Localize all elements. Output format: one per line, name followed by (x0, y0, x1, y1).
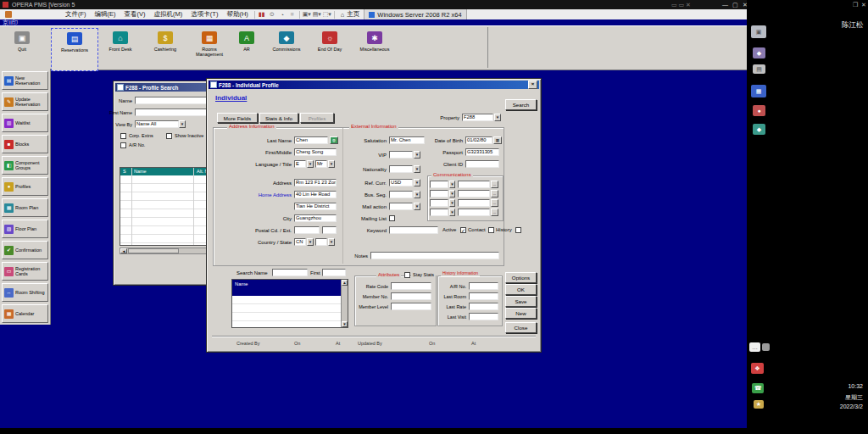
vertical-scrollbar[interactable]: ▲ ▼ (341, 280, 348, 327)
property-field[interactable]: F288 (462, 114, 493, 121)
ok-button[interactable]: OK (505, 284, 537, 295)
ar-no-checkbox[interactable] (120, 142, 126, 148)
notes-icon[interactable]: ▤ (753, 64, 765, 74)
chevron-down-icon[interactable]: ▼ (414, 203, 420, 210)
stats-info-button[interactable]: Stats & Info (259, 113, 298, 123)
language-field[interactable]: E (294, 160, 306, 168)
name-list[interactable]: Name ▲ ▼ (231, 279, 348, 328)
passport-field[interactable]: G32331305 (465, 148, 499, 156)
save-button[interactable]: Save (505, 296, 537, 307)
chevron-down-icon[interactable]: ▼ (328, 160, 335, 168)
show-inactive-checkbox[interactable] (166, 133, 172, 139)
star-icon[interactable]: ★ (754, 400, 764, 409)
sidebar-item-waitlist[interactable]: ▥ Waitlist (2, 114, 48, 132)
stay-stats-checkbox[interactable] (404, 272, 410, 278)
small-app-icon[interactable] (762, 343, 770, 351)
scroll-down-icon[interactable]: ▼ (342, 321, 348, 327)
address-field[interactable]: Rm 123 F1 23 Zona A (294, 179, 337, 186)
toolbar-quit-button[interactable]: ▣ Quit (5, 28, 39, 70)
list-item[interactable] (232, 304, 342, 313)
new-button[interactable]: New (505, 308, 537, 319)
name-input[interactable] (135, 97, 216, 104)
chevron-down-icon[interactable]: ▼ (449, 190, 455, 198)
chevron-down-icon[interactable]: ▼ (414, 191, 420, 198)
search-name-input[interactable] (272, 269, 308, 276)
list-item[interactable] (232, 296, 342, 304)
communication-value-field[interactable] (458, 181, 490, 188)
country-field[interactable]: CN (294, 238, 306, 246)
toolbar-commissions-button[interactable]: ◆ Commissions (264, 28, 309, 70)
toolbar-rooms-management-button[interactable]: ▦ Rooms Management (188, 28, 231, 70)
menu-vm[interactable]: 虚拟机(M) (150, 10, 187, 19)
individual-profile-titlebar[interactable]: F288 - Individual Profile × (209, 81, 539, 89)
rate-code-field[interactable] (391, 282, 431, 290)
menu-tabs[interactable]: 选项卡(T) (186, 10, 222, 19)
last-rate-field[interactable] (469, 303, 498, 310)
communication-value-field[interactable] (458, 199, 490, 207)
contact-checkbox[interactable] (488, 227, 494, 233)
media-icon[interactable]: ● (753, 105, 765, 116)
chevron-down-icon[interactable]: ▼ (414, 179, 420, 186)
calendar-icon[interactable]: ▦ (493, 136, 502, 144)
options-button[interactable]: Options (505, 272, 537, 283)
more-fields-button[interactable]: More Fields (217, 113, 258, 123)
communication-type-field[interactable] (430, 209, 448, 216)
communication-type-field[interactable] (430, 199, 448, 207)
sidebar-item-confirmation[interactable]: ✔ Confirmation (2, 241, 48, 259)
ar-no-field[interactable] (469, 282, 498, 290)
chevron-down-icon[interactable]: ▼ (328, 238, 335, 246)
unity-view-icon[interactable]: ▤▾ (312, 11, 322, 18)
close-icon[interactable]: × (528, 81, 537, 89)
last-room-field[interactable] (469, 292, 498, 300)
pause-icon[interactable]: ▮▮ (257, 11, 267, 18)
phone-icon[interactable]: ☎ (752, 383, 764, 393)
view-by-select[interactable]: Name All (135, 120, 179, 128)
settings-icon[interactable]: ⌗ (287, 11, 298, 18)
toolbar-cashiering-button[interactable]: $ Cashiering (144, 28, 186, 70)
tab-home[interactable]: ⌂ 主页 (337, 9, 364, 19)
vip-field[interactable] (389, 151, 413, 159)
menu-view[interactable]: 查看(V) (120, 10, 150, 19)
chat-bubble-icon[interactable]: … (749, 342, 760, 352)
list-item[interactable] (232, 321, 342, 328)
first-middle-field[interactable]: Cheng Song (294, 148, 337, 156)
globe-icon[interactable]: ◍ (330, 136, 338, 144)
sidebar-item-new-reservation[interactable]: ▤ New Reservation (2, 71, 48, 90)
toolbar-ar-button[interactable]: A AR (232, 28, 261, 70)
toolbar-front-desk-button[interactable]: ⌂ Front Desk (100, 28, 141, 70)
communication-type-field[interactable] (430, 181, 448, 188)
chevron-down-icon[interactable]: ▼ (449, 199, 455, 207)
stay-stats-label[interactable]: Stay Stats (411, 272, 436, 278)
postal-code-field[interactable] (294, 226, 320, 234)
salutation-field[interactable]: Mr. Chen (389, 136, 425, 144)
vm-window-titlebar[interactable]: OPERA PMS [Version 5 ▭ ▭ ✕ — ▢ ✕ (0, 0, 868, 9)
sidebar-item-profiles[interactable]: ● Profiles (2, 177, 48, 196)
menu-file[interactable]: 文件(F) (61, 10, 91, 19)
history-checkbox[interactable] (515, 227, 521, 233)
ref-curr-field[interactable]: USD (389, 179, 413, 186)
ellipsis-icon[interactable]: ... (491, 181, 498, 188)
communication-value-field[interactable] (458, 190, 490, 198)
chevron-down-icon[interactable]: ▼ (307, 160, 314, 168)
chevron-down-icon[interactable]: ▼ (307, 238, 314, 246)
power-icon[interactable]: ⊙ (267, 11, 277, 18)
chevron-down-icon[interactable]: ▼ (449, 209, 455, 216)
sidebar-item-component-groups[interactable]: ◧ Component Groups (2, 156, 48, 175)
toolbar-miscellaneous-button[interactable]: ✱ Miscellaneous (351, 28, 398, 70)
scroll-up-icon[interactable]: ▲ (342, 280, 348, 286)
fullscreen-icon[interactable]: ⬚▾ (322, 11, 332, 18)
chevron-down-icon[interactable]: ▼ (494, 114, 501, 121)
toolbar-reservations-button[interactable]: ▤ Reservations (51, 28, 98, 71)
communication-type-field[interactable] (430, 190, 448, 198)
ellipsis-icon[interactable]: ... (491, 190, 498, 198)
tools-icon[interactable]: ◆ (753, 124, 765, 135)
tab-vm-windows-server[interactable]: Windows Server 2008 R2 x64 (364, 9, 466, 19)
red-app-icon[interactable]: ❖ (751, 363, 764, 374)
home-address-field[interactable]: 40 Lin He Road (294, 191, 337, 198)
district-field[interactable]: Tian He District (294, 203, 337, 210)
chevron-down-icon[interactable]: ▼ (414, 165, 420, 173)
restore-icon[interactable]: ❒ (853, 2, 858, 8)
menu-edit[interactable]: 编辑(E) (91, 10, 120, 19)
ellipsis-icon[interactable]: ... (491, 209, 498, 216)
sidebar-item-registration-cards[interactable]: ▭ Registration Cards (2, 262, 48, 281)
